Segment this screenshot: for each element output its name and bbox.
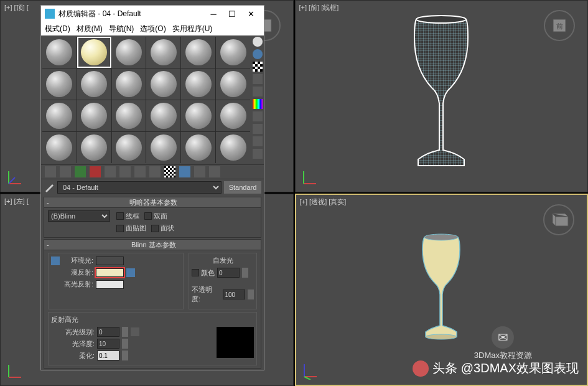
self-illum-spinner[interactable]: 0 [217,268,240,278]
menubar: 模式(D) 材质(M) 导航(N) 选项(O) 实用程序(U) [41,22,264,35]
sample-slot-selected[interactable] [77,37,111,68]
ambient-label: 环境光: [62,256,93,265]
sample-slot[interactable] [146,37,180,68]
ambient-color-swatch[interactable] [96,257,124,265]
ambient-lock-icon[interactable] [51,257,60,265]
reset-map-icon[interactable] [90,166,101,177]
assign-to-selection-icon[interactable] [75,166,86,177]
put-to-library-icon[interactable] [134,166,146,177]
menu-utilities[interactable]: 实用程序(U) [172,24,213,34]
sample-slot[interactable] [112,100,146,131]
sample-slot[interactable] [42,100,77,131]
sample-slot[interactable] [216,132,250,163]
get-material-icon[interactable] [45,166,56,177]
sample-slots-area [41,35,251,164]
axis-gizmo [301,168,319,187]
spinner-arrows[interactable] [242,268,248,278]
put-to-scene-icon[interactable] [60,166,71,177]
shader-type-select[interactable]: (B)Blinn [48,210,110,222]
glossiness-spinner[interactable]: 10 [97,339,119,349]
make-preview-icon[interactable] [253,99,263,109]
two-sided-checkbox[interactable]: 双面 [144,212,167,221]
sample-slot[interactable] [181,37,215,68]
minimize-button[interactable]: ─ [204,7,223,20]
material-id-icon[interactable] [149,166,161,177]
material-name-select[interactable]: 04 - Default [57,181,222,194]
spinner-arrows[interactable] [248,290,254,299]
spinner-arrows[interactable] [122,351,128,360]
viewport-label-left: [+] [左] [ [4,197,29,206]
show-end-result-icon[interactable] [179,166,190,177]
sample-slot[interactable] [216,37,250,68]
sample-slot[interactable] [181,100,215,131]
wine-glass-shaded[interactable] [413,232,469,347]
map-slot-icon[interactable] [131,327,139,336]
sample-slot[interactable] [42,37,77,68]
sample-slot[interactable] [216,100,250,131]
sample-type-icon[interactable] [253,37,263,47]
spinner-arrows[interactable] [122,339,128,349]
background-icon[interactable] [253,62,263,72]
sample-slot[interactable] [77,100,111,131]
make-copy-icon[interactable] [105,166,116,177]
viewcube-persp[interactable] [543,204,574,235]
sample-slot[interactable] [42,68,77,100]
viewport-front[interactable]: [+] [前] [线框] 前 [295,0,589,192]
spinner-arrows[interactable] [122,327,128,337]
soften-spinner[interactable]: 0.1 [97,351,119,360]
options-icon[interactable] [253,111,263,121]
sample-slot[interactable] [146,100,180,131]
menu-options[interactable]: 选项(O) [140,24,166,34]
menu-navigation[interactable]: 导航(N) [109,24,134,34]
make-unique-icon[interactable] [119,166,131,177]
video-check-icon[interactable] [253,87,263,96]
viewcube-front[interactable]: 前 [544,10,575,41]
specular-color-swatch[interactable] [96,280,124,289]
self-illum-color-checkbox[interactable]: 颜色 [192,268,215,278]
viewport-label-top: [+] [顶] [ [4,3,29,12]
sample-slot[interactable] [42,132,77,163]
go-sibling-icon[interactable] [209,166,220,177]
close-button[interactable]: ✕ [241,7,260,20]
sample-slot[interactable] [112,132,146,163]
opacity-label: 不透明度: [192,285,220,304]
show-map-icon[interactable] [164,166,175,177]
mat-map-nav-icon[interactable] [253,136,263,146]
menu-mode[interactable]: 模式(D) [45,24,70,34]
go-parent-icon[interactable] [194,166,205,177]
face-map-checkbox[interactable]: 面贴图 [116,224,146,233]
axis-gizmo [301,361,320,380]
wine-glass-wireframe[interactable] [401,13,482,177]
sample-slot[interactable] [77,132,111,163]
sample-slot[interactable] [216,68,250,100]
maximize-button[interactable]: ☐ [223,7,241,20]
select-by-mat-icon[interactable] [253,124,263,134]
sample-slot[interactable] [146,68,180,100]
wireframe-checkbox[interactable]: 线框 [116,212,139,221]
glossiness-label: 光泽度: [51,339,95,349]
sample-uv-icon[interactable] [253,74,263,84]
menu-material[interactable]: 材质(M) [77,24,103,34]
sample-slot[interactable] [112,68,146,100]
soften-label: 柔化: [51,351,95,360]
viewport-perspective[interactable]: [+] [透视] [真实] [295,194,589,386]
sample-slot[interactable] [77,68,111,100]
titlebar[interactable]: 材质编辑器 - 04 - Default ─ ☐ ✕ [41,6,264,22]
rollout-shader-basic[interactable]: -明暗器基本参数 [44,197,261,208]
sample-slot[interactable] [181,132,215,163]
diffuse-color-swatch[interactable] [96,268,124,277]
sample-slot[interactable] [146,132,180,163]
rollout-blinn-basic[interactable]: -Blinn 基本参数 [44,239,261,250]
sample-slot[interactable] [112,37,146,68]
specular-level-label: 高光级别: [51,327,95,337]
diffuse-lock-icon[interactable] [126,268,135,277]
backlight-icon[interactable] [253,49,263,59]
slot-count-icon[interactable] [253,149,263,159]
axis-gizmo [6,362,24,380]
sample-slot[interactable] [181,68,215,100]
material-type-button[interactable]: Standard [224,181,261,194]
opacity-spinner[interactable]: 100 [223,290,245,299]
eyedropper-icon[interactable] [44,182,55,193]
specular-level-spinner[interactable]: 0 [97,327,119,337]
faceted-checkbox[interactable]: 面状 [151,224,174,233]
